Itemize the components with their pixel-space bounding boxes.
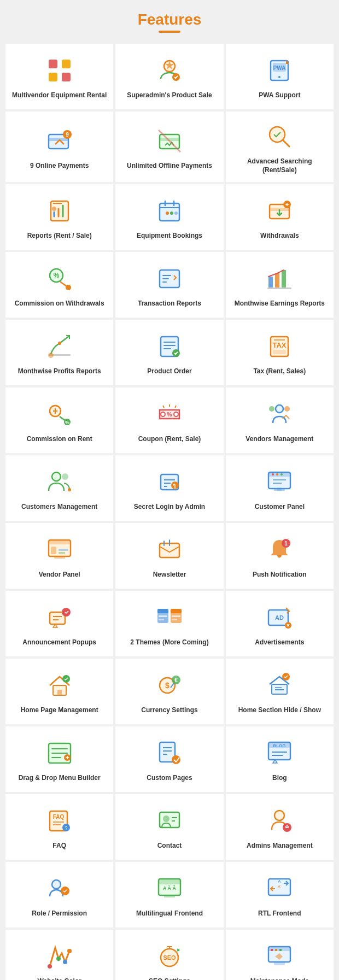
- feature-label-drag-drop-menu: Drag & Drop Menu Builder: [19, 774, 101, 783]
- feature-label-customer-panel: Customer Panel: [255, 503, 305, 512]
- svg-text:BLOG: BLOG: [273, 743, 286, 748]
- feature-cell-transaction-reports: Transaction Reports: [115, 252, 223, 318]
- feature-label-custom-pages: Custom Pages: [147, 774, 192, 783]
- feature-label-advanced-searching: Advanced Searching (Rent/Sale): [230, 157, 329, 174]
- feature-label-product-order: Product Order: [147, 367, 191, 376]
- svg-text:$: $: [165, 681, 170, 690]
- svg-rect-30: [268, 277, 273, 287]
- feature-cell-maintenance-mode: Maintenance Mode: [226, 930, 334, 980]
- currency-icon: $ €: [154, 670, 185, 701]
- svg-rect-63: [277, 488, 282, 491]
- feature-cell-withdrawals: Withdrawals: [226, 184, 334, 250]
- blog-icon: BLOG: [264, 738, 295, 768]
- page-wrapper: Features Multivendor Equipment Rental Su…: [0, 0, 339, 980]
- seo-icon: SEO: [154, 941, 185, 972]
- feature-label-vendors-management: Vendors Management: [246, 435, 313, 444]
- themes-icon: [154, 602, 185, 633]
- website-color-icon: [44, 941, 75, 972]
- svg-point-108: [274, 811, 284, 820]
- svg-point-8: [278, 76, 280, 78]
- svg-rect-82: [172, 619, 177, 620]
- feature-label-website-color: Website Color: [37, 977, 81, 980]
- svg-rect-68: [59, 552, 65, 554]
- feature-cell-superadmin-product-sale: Superadmin's Product Sale: [115, 44, 223, 109]
- feature-cell-secret-login: Secret Login by Admin: [115, 455, 223, 521]
- svg-rect-41: [273, 350, 286, 354]
- feature-cell-equipment-bookings: Equipment Bookings: [115, 184, 223, 250]
- feature-cell-monthwise-profits: Monthwise Profits Reports: [5, 320, 113, 385]
- svg-text:€: €: [278, 884, 281, 889]
- feature-cell-9-online-payments: 9 9 Online Payments: [5, 112, 113, 182]
- svg-point-50: [269, 406, 274, 412]
- svg-rect-117: [164, 895, 175, 897]
- transaction-icon: [154, 263, 185, 294]
- svg-rect-67: [59, 549, 68, 551]
- svg-rect-131: [279, 949, 282, 951]
- feature-label-reports-rent-sale: Reports (Rent / Sale): [27, 232, 92, 240]
- rtl-icon: A €: [264, 873, 295, 904]
- title-underline: [159, 31, 180, 33]
- svg-point-112: [52, 880, 61, 889]
- feature-cell-pwa-support: PWA PWA Support: [226, 44, 334, 109]
- coupon-icon: %: [154, 399, 185, 430]
- feature-label-unlimited-offline-payments: Unlimited Offline Payments: [127, 162, 212, 171]
- payments-icon: 9: [44, 126, 75, 156]
- feature-label-tax-rent-sales: Tax (Rent, Sales): [253, 367, 306, 376]
- tax-icon: TAX: [264, 331, 295, 362]
- svg-point-28: [66, 285, 71, 290]
- svg-text:PWA: PWA: [273, 65, 286, 71]
- svg-point-61: [280, 473, 283, 476]
- feature-cell-multilingual-frontend: A Ä Â Multilingual Frontend: [115, 862, 223, 928]
- svg-rect-65: [49, 540, 71, 544]
- custom-pages-icon: [154, 738, 185, 768]
- multivendor-icon: [44, 55, 75, 86]
- svg-point-34: [58, 342, 61, 345]
- push-notif-icon: 1: [264, 535, 295, 565]
- svg-rect-33: [267, 287, 291, 289]
- svg-rect-130: [275, 949, 277, 951]
- feature-cell-blog: BLOG Blog: [226, 726, 334, 792]
- svg-text:€: €: [174, 677, 178, 683]
- feature-label-multivendor-equipment-rental: Multivendor Equipment Rental: [12, 91, 107, 100]
- svg-point-107: [163, 815, 170, 822]
- svg-rect-2: [49, 73, 57, 81]
- svg-point-18: [52, 207, 56, 211]
- feature-label-equipment-bookings: Equipment Bookings: [137, 232, 202, 240]
- feature-cell-website-color: Website Color: [5, 930, 113, 980]
- commission-w-icon: %: [44, 263, 75, 294]
- svg-rect-81: [159, 619, 164, 620]
- feature-label-advertisements: Advertisements: [255, 638, 304, 647]
- feature-label-currency-settings: Currency Settings: [141, 706, 197, 715]
- svg-text:A Ä Â: A Ä Â: [163, 885, 177, 891]
- profits-icon: [44, 331, 75, 362]
- feature-cell-customers-management: Customers Management: [5, 455, 113, 521]
- contact-icon: [154, 806, 185, 836]
- feature-cell-vendors-management: Vendors Management: [226, 388, 334, 453]
- feature-label-contact: Contact: [157, 842, 182, 850]
- feature-label-coupon-rent-sale: Coupon (Rent, Sale): [138, 435, 201, 444]
- svg-point-60: [276, 473, 278, 476]
- svg-rect-87: [57, 690, 62, 695]
- feature-label-9-online-payments: 9 Online Payments: [30, 162, 89, 171]
- svg-point-123: [63, 960, 67, 964]
- feature-cell-custom-pages: Custom Pages: [115, 726, 223, 792]
- customer-panel-icon: [264, 467, 295, 497]
- svg-rect-1: [62, 60, 71, 68]
- feature-cell-reports-rent-sale: Reports (Rent / Sale): [5, 184, 113, 250]
- feature-cell-product-order: Product Order: [115, 320, 223, 385]
- svg-point-51: [52, 472, 61, 481]
- svg-rect-31: [275, 273, 279, 287]
- feature-label-announcement-popups: Announcement Popups: [22, 638, 96, 647]
- svg-text:%: %: [53, 272, 59, 279]
- earnings-icon: [264, 263, 295, 294]
- feature-label-seo-settings: SEO Settings: [149, 977, 190, 980]
- feature-cell-currency-settings: $ € Currency Settings: [115, 659, 223, 724]
- feature-label-role-permission: Role / Permission: [32, 909, 87, 918]
- feature-cell-announcement-popups: Announcement Popups: [5, 591, 113, 656]
- feature-label-commission-withdrawals: Commission on Withdrawals: [15, 300, 104, 308]
- feature-label-monthwise-earnings: Monthwise Earnings Reports: [235, 300, 325, 308]
- svg-rect-66: [51, 547, 56, 554]
- svg-rect-69: [54, 556, 65, 559]
- maintenance-icon: [264, 941, 295, 972]
- svg-point-124: [67, 949, 72, 953]
